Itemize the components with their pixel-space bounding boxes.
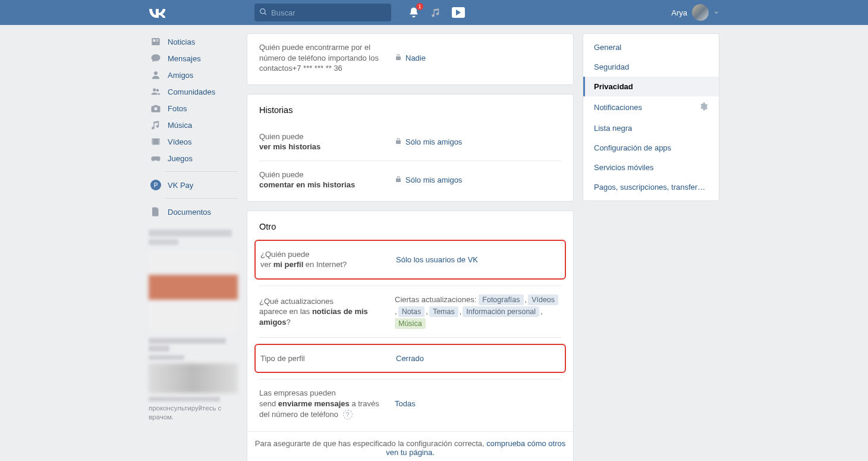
- setting-value[interactable]: Sólo mis amigos: [395, 137, 561, 146]
- gear-icon[interactable]: [699, 102, 708, 113]
- music-icon[interactable]: [430, 7, 441, 18]
- header-bar: 1 Arya: [0, 0, 868, 25]
- video-icon[interactable]: [452, 7, 465, 18]
- svg-rect-4: [156, 41, 159, 42]
- settings-nav-item[interactable]: General: [583, 37, 719, 57]
- update-tag[interactable]: Vídeos: [528, 294, 558, 305]
- setting-label: ¿Qué actualizacionesaparece en las notic…: [259, 296, 395, 328]
- ad-disclaimer: проконсультируйтесь с врачом.: [149, 404, 238, 422]
- lock-icon: [395, 54, 402, 62]
- nav-item-label: Pagos, suscripciones, transferencias: [594, 183, 707, 192]
- search-icon: [259, 8, 268, 18]
- settings-nav-item[interactable]: Pagos, suscripciones, transferencias: [583, 177, 719, 197]
- nav-comunidades[interactable]: Comunidades: [149, 83, 238, 100]
- ad-blur: [149, 346, 169, 352]
- nav-label: Vídeos: [168, 137, 191, 146]
- nav-item-label: Servicios móviles: [594, 163, 653, 172]
- comma: ,: [395, 307, 397, 316]
- nav-separator: [165, 198, 238, 199]
- settings-nav-item[interactable]: Privacidad: [583, 77, 719, 96]
- settings-nav-item[interactable]: Servicios móviles: [583, 158, 719, 177]
- users-icon: [150, 86, 162, 97]
- contact-section: Quién puede encontrarme por el número de…: [247, 33, 574, 85]
- settings-nav-item[interactable]: Lista negra: [583, 118, 719, 138]
- nav-label: Documentos: [168, 208, 211, 217]
- setting-label: Las empresas pueden send enviarme mensaj…: [259, 388, 395, 419]
- nav-juegos[interactable]: Juegos: [149, 150, 238, 167]
- nav-item-label: Seguridad: [594, 62, 629, 71]
- update-tag[interactable]: Notas: [398, 306, 425, 317]
- section-title: Historias: [247, 95, 573, 123]
- user-name: Arya: [671, 8, 687, 17]
- setting-row-profile-type: Tipo de perfil Cerrado: [256, 345, 565, 372]
- update-tag[interactable]: Música: [395, 318, 426, 329]
- setting-row-phone-find: Quién puede encontrarme por el número de…: [247, 34, 573, 82]
- setting-value[interactable]: Todas: [395, 399, 561, 408]
- setting-value[interactable]: Nadie: [395, 54, 561, 62]
- settings-nav-item[interactable]: Seguridad: [583, 57, 719, 77]
- nav-separator: [165, 171, 238, 172]
- camera-icon: [150, 103, 162, 114]
- nav-label: Mensajes: [168, 54, 201, 63]
- document-icon: [150, 206, 162, 217]
- section-title: Otro: [247, 211, 573, 240]
- update-tag[interactable]: Fotografías: [479, 294, 523, 305]
- ad-blur: [149, 338, 226, 344]
- search-box[interactable]: [254, 4, 391, 21]
- nav-amigos[interactable]: Amigos: [149, 67, 238, 83]
- ad-blur: [149, 355, 184, 360]
- row-divider: [259, 337, 561, 338]
- nav-noticias[interactable]: Noticias: [149, 33, 238, 50]
- notifications-badge: 1: [416, 3, 423, 10]
- user-menu[interactable]: Arya: [671, 4, 719, 21]
- svg-point-5: [154, 71, 158, 75]
- setting-label: Quién puede encontrarme por el número de…: [259, 42, 395, 74]
- nav-fotos[interactable]: Fotos: [149, 100, 238, 117]
- update-tags: Ciertas actualizaciones: Fotografías , V…: [395, 294, 561, 329]
- nav-label: Juegos: [168, 154, 193, 163]
- setting-value[interactable]: Sólo mis amigos: [395, 175, 561, 184]
- chat-icon: [150, 53, 162, 64]
- ad-blur: [149, 239, 178, 245]
- music-note-icon: [150, 120, 162, 130]
- nav-label: Música: [168, 121, 192, 130]
- ad-block[interactable]: проконсультируйтесь с врачом.: [149, 230, 238, 422]
- vk-logo[interactable]: [149, 7, 165, 18]
- setting-value[interactable]: Cerrado: [396, 354, 560, 363]
- update-tag[interactable]: Temas: [429, 306, 458, 317]
- value-text: Nadie: [405, 54, 426, 62]
- nav-musica[interactable]: Música: [149, 117, 238, 133]
- svg-point-0: [260, 8, 265, 13]
- settings-nav-item[interactable]: Notificaciones: [583, 96, 719, 118]
- nav-vkpay[interactable]: PVK Pay: [149, 177, 238, 193]
- settings-nav: GeneralSeguridadPrivacidadNotificaciones…: [583, 33, 719, 201]
- setting-row-companies: Las empresas pueden send enviarme mensaj…: [247, 380, 573, 428]
- comma: ,: [426, 307, 428, 316]
- help-icon[interactable]: ?: [343, 410, 353, 419]
- svg-point-7: [156, 89, 159, 92]
- nav-item-label: Privacidad: [594, 82, 633, 91]
- search-input[interactable]: [271, 8, 386, 17]
- value-text: Todas: [395, 399, 416, 408]
- nav-label: Noticias: [168, 37, 195, 46]
- nav-documentos[interactable]: Documentos: [149, 203, 238, 220]
- setting-row-profile-visibility: ¿Quién puedever mi perfil en Internet? S…: [256, 241, 565, 278]
- settings-footer: Para asegurarte de que has especificado …: [247, 431, 573, 460]
- nav-mensajes[interactable]: Mensajes: [149, 50, 238, 67]
- value-text: Sólo los usuarios de VK: [396, 255, 478, 264]
- setting-row-updates: ¿Qué actualizacionesaparece en las notic…: [247, 286, 573, 337]
- settings-nav-item[interactable]: Configuración de apps: [583, 138, 719, 158]
- notifications-icon[interactable]: 1: [408, 7, 420, 18]
- update-tag[interactable]: Información personal: [463, 306, 539, 317]
- nav-item-label: Lista negra: [594, 124, 632, 133]
- comma: ,: [460, 307, 462, 316]
- chevron-down-icon: [713, 8, 719, 17]
- lock-icon: [395, 137, 402, 146]
- nav-videos[interactable]: Vídeos: [149, 133, 238, 150]
- setting-value[interactable]: Sólo los usuarios de VK: [396, 255, 560, 264]
- highlight-profile-type: Tipo de perfil Cerrado: [254, 344, 566, 374]
- user-icon: [150, 70, 162, 80]
- gamepad-icon: [150, 153, 162, 164]
- setting-value[interactable]: Ciertas actualizaciones: Fotografías , V…: [395, 294, 561, 329]
- ad-blur: [149, 397, 220, 402]
